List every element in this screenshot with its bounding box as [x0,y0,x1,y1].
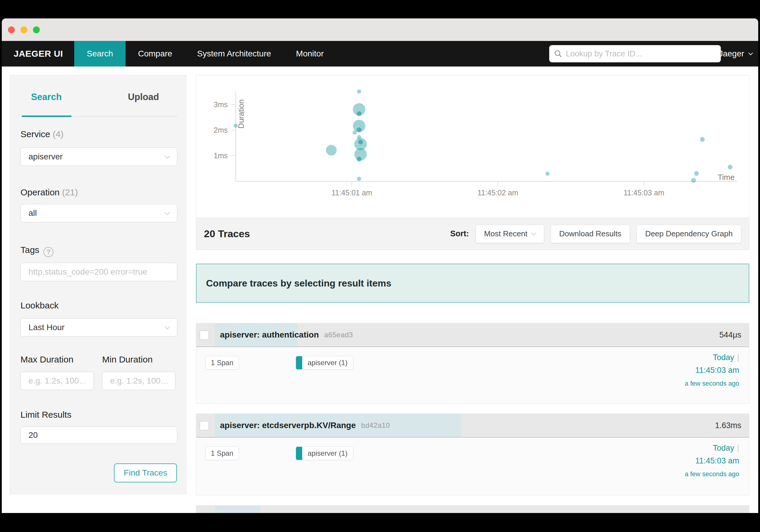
limit-results-label: Limit Results [21,410,71,420]
app-window: JAEGER UI Search Compare System Architec… [2,19,758,513]
sort-select[interactable]: Most Recent [476,225,544,243]
service-color-swatch [296,447,302,460]
download-results-button[interactable]: Download Results [551,225,630,243]
trace-lookup-input[interactable] [566,49,716,59]
trace-title[interactable]: apiserver: etcdserverpb.KV/Range bd42a10 [220,414,390,437]
trace-point[interactable] [357,111,361,116]
operation-label: Operation (21) [21,187,78,197]
top-navbar: JAEGER UI Search Compare System Architec… [2,41,758,67]
trace-point[interactable] [358,139,363,144]
trace-point[interactable] [326,145,337,156]
about-jaeger-menu[interactable]: About Jaeger [695,41,752,67]
service-select[interactable]: apiserver [21,148,177,166]
trace-point[interactable] [546,171,549,176]
trace-point[interactable] [234,123,238,128]
max-duration-field[interactable] [21,372,94,390]
trace-point[interactable] [357,157,361,162]
tags-field[interactable] [21,263,177,281]
trace-point[interactable] [694,171,699,176]
y-axis-title: Duration [237,99,246,128]
chevron-down-icon [531,230,536,235]
trace-body: 1 Span apiserver (1) Today| 11:45:03 am … [196,347,749,403]
sidebar-tab-search[interactable]: Search [22,92,71,102]
min-duration-field[interactable] [102,372,175,390]
tags-input[interactable] [28,267,169,277]
sidebar-tabs: Search Upload [22,92,177,102]
trace-id: bd42a10 [361,421,390,430]
find-traces-button[interactable]: Find Traces [114,463,177,482]
service-color-swatch [296,356,302,369]
trace-count-heading: 20 Traces [204,228,250,240]
y-tick-label: 1ms [214,151,228,160]
y-tick-label: 2ms [214,126,228,134]
nav-tab-monitor[interactable]: Monitor [284,41,336,67]
trace-header: apiserver: etcdserverpb.KV/Range bd42a10… [196,414,749,438]
tags-label: Tags? [21,245,53,257]
operation-select[interactable]: all [21,204,177,222]
trace-select-checkbox[interactable] [200,513,209,513]
service-chip: apiserver (1) [296,356,353,369]
trace-point[interactable] [728,165,733,169]
trace-duration: 1.63ms [715,414,741,437]
lookback-label: Lookback [21,301,59,311]
trace-select-checkbox[interactable] [200,330,209,340]
trace-point[interactable] [357,127,361,132]
trace-time-block: Today| 11:45:03 am a few seconds ago [685,444,739,478]
trace-title[interactable]: apiserver: authentication a65ead3 [220,323,353,347]
nav-tab-system-architecture[interactable]: System Architecture [185,41,284,67]
search-icon [554,50,562,58]
chevron-down-icon [165,153,170,159]
lookback-select[interactable]: Last Hour [21,318,177,337]
results-card: 1ms2ms3ms11:45:01 am11:45:02 am11:45:03 … [196,75,749,250]
compare-banner: Compare traces by selecting result items [196,264,749,303]
trace-header: apiserver: authentication a65ead3 544μs [196,323,749,347]
trace-id: a65ead3 [324,331,353,339]
trace-result-item[interactable]: apiserver: authentication a65ead3 544μs … [196,323,749,404]
y-tick-label: 3ms [214,100,228,109]
x-axis-title: Time [718,173,735,182]
duration-scatter-chart[interactable]: 1ms2ms3ms11:45:01 am11:45:02 am11:45:03 … [196,75,749,218]
service-label: Service (4) [21,129,64,139]
x-tick-label: 11:45:02 am [477,188,518,197]
max-duration-label: Max Duration [21,355,73,364]
tab-underline [22,116,177,117]
max-duration-input[interactable] [28,376,86,386]
trace-result-item[interactable]: apiserver: etcdserverpb.KV/Range bd42a10… [196,413,749,496]
help-icon[interactable]: ? [43,247,53,257]
limit-results-field[interactable] [21,427,177,444]
sidebar-tab-upload[interactable]: Upload [110,92,177,102]
search-sidebar: Search Upload Service (4) apiserver Oper… [10,75,186,494]
zoom-window-button[interactable] [33,26,40,33]
duration-bar [215,506,261,513]
min-duration-label: Min Duration [102,355,153,364]
x-tick-label: 11:45:03 am [623,188,664,197]
x-tick-label: 11:45:01 am [331,188,372,197]
span-count-chip: 1 Span [205,356,239,369]
trace-point[interactable] [700,137,705,142]
deep-dependency-graph-button[interactable]: Deep Dependency Graph [637,225,741,243]
trace-point[interactable] [691,178,696,183]
minimize-window-button[interactable] [21,26,27,33]
chevron-down-icon [165,324,170,329]
trace-duration: 544μs [719,323,741,347]
span-count-chip: 1 Span [205,447,239,460]
trace-point[interactable] [357,177,361,181]
close-window-button[interactable] [8,26,15,33]
jaeger-logo: JAEGER UI [2,41,74,67]
results-header: 20 Traces Sort: Most Recent Download Res… [196,218,749,250]
service-chip: apiserver (1) [296,447,353,460]
nav-tab-compare[interactable]: Compare [125,41,185,67]
trace-time-block: Today| 11:45:03 am a few seconds ago [685,353,739,387]
chevron-down-icon [165,210,170,215]
trace-result-item[interactable] [196,505,749,513]
nav-tab-search[interactable]: Search [74,41,125,67]
sort-label: Sort: [451,229,469,238]
limit-results-input[interactable] [28,430,169,440]
trace-body: 1 Span apiserver (1) Today| 11:45:03 am … [196,438,749,493]
trace-select-checkbox[interactable] [200,421,209,430]
trace-point[interactable] [357,89,361,93]
trace-header [196,506,749,513]
min-duration-input[interactable] [110,376,167,386]
chevron-down-icon [748,50,753,55]
trace-point[interactable] [353,131,357,135]
